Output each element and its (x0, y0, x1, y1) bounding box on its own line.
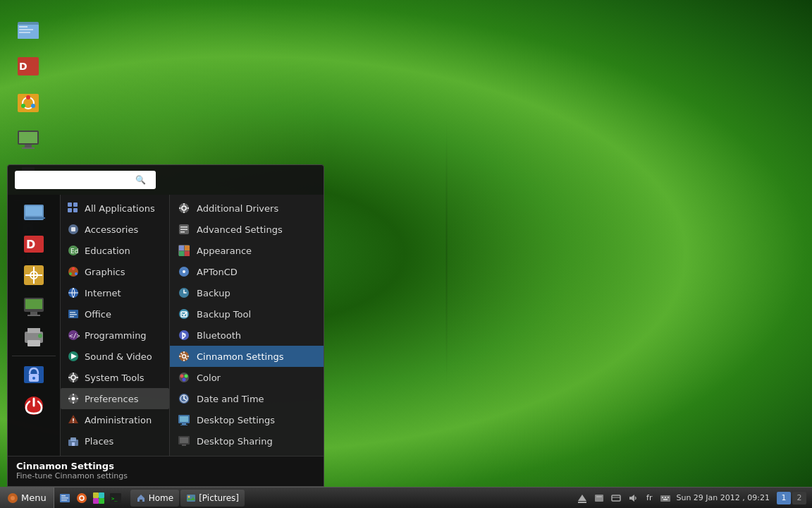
svg-point-9 (26, 95, 30, 99)
tray-icon-storage[interactable] (593, 492, 605, 504)
svg-rect-62 (70, 314, 77, 315)
category-graphics[interactable]: Graphics (61, 261, 169, 282)
left-icon-lock[interactable] (11, 360, 57, 389)
taskbar-icon-gear[interactable] (91, 490, 106, 506)
app-backup[interactable]: Backup (170, 282, 324, 303)
places-icon (66, 434, 80, 448)
svg-rect-126 (180, 425, 187, 425)
svg-rect-147 (578, 502, 586, 503)
svg-rect-141 (99, 498, 104, 504)
search-input-wrapper[interactable]: 🔍 (15, 171, 156, 189)
taskbar-app-home[interactable]: Home (130, 490, 179, 507)
svg-rect-49 (73, 208, 78, 212)
svg-rect-144 (187, 495, 195, 502)
left-icon-5[interactable] (11, 322, 57, 352)
workspace-2[interactable]: 2 (792, 492, 806, 504)
category-education[interactable]: Ed Education (61, 240, 169, 261)
aptoncd-icon (177, 265, 191, 279)
taskbar-icon-files[interactable] (57, 490, 73, 506)
backup-tool-icon (177, 307, 191, 321)
svg-rect-61 (70, 312, 75, 313)
svg-rect-153 (660, 495, 670, 502)
svg-rect-157 (663, 499, 668, 500)
appearance-icon (177, 243, 191, 258)
svg-rect-140 (93, 498, 99, 504)
svg-rect-93 (180, 226, 187, 228)
svg-point-82 (73, 422, 74, 423)
app-date-time[interactable]: Date and Time (170, 388, 324, 409)
taskbar-icon-terminal[interactable]: >_ (108, 490, 123, 506)
app-cinnamon-settings[interactable]: Cinnamon Settings (170, 346, 324, 367)
svg-point-57 (69, 272, 72, 275)
pictures-icon (186, 493, 196, 503)
tray-icon-keyboard[interactable] (659, 492, 672, 504)
left-icon-4[interactable] (11, 291, 57, 321)
menu-content: D (8, 195, 324, 456)
category-places[interactable]: Places (61, 430, 169, 452)
taskbar-left-area: >_ Home [Pictures] (54, 490, 570, 507)
app-bluetooth[interactable]: Bluetooth (170, 325, 324, 346)
svg-point-44 (32, 377, 35, 380)
administration-icon (66, 413, 80, 427)
tray-icon-network[interactable] (610, 492, 622, 504)
search-input[interactable] (19, 175, 135, 185)
svg-rect-139 (99, 492, 104, 498)
desktop-icon-paint[interactable] (7, 87, 49, 119)
svg-rect-26 (25, 206, 42, 216)
app-advanced-settings[interactable]: Advanced Settings (170, 219, 324, 240)
category-administration[interactable]: Administration (61, 409, 169, 430)
svg-point-118 (183, 378, 186, 382)
left-icon-power[interactable] (11, 391, 57, 421)
category-office[interactable]: Office (61, 303, 169, 325)
svg-point-75 (72, 397, 75, 401)
taskbar: Menu (0, 487, 812, 508)
svg-rect-125 (182, 423, 186, 425)
category-sound-video[interactable]: Sound & Video (61, 346, 169, 367)
app-appearance[interactable]: Appearance (170, 240, 324, 261)
app-aptoncd[interactable]: APTonCD (170, 261, 324, 282)
svg-point-41 (38, 334, 42, 338)
sound-video-icon (66, 349, 80, 363)
svg-rect-133 (61, 495, 66, 497)
svg-point-116 (180, 375, 184, 378)
left-icon-1[interactable] (11, 198, 57, 228)
category-system-tools[interactable]: System Tools (61, 367, 169, 388)
svg-point-56 (75, 272, 78, 275)
svg-rect-15 (22, 147, 35, 149)
desktop-icon-monitor[interactable] (7, 124, 49, 155)
category-accessories[interactable]: Accessories (61, 219, 169, 240)
left-icon-2[interactable]: D (11, 229, 57, 259)
svg-rect-149 (596, 496, 602, 497)
category-preferences[interactable]: Preferences (61, 388, 169, 409)
svg-point-117 (185, 375, 188, 378)
app-backup-tool[interactable]: Backup Tool (170, 303, 324, 325)
app-color[interactable]: Color (170, 367, 324, 388)
svg-rect-4 (19, 32, 30, 33)
desktop-icon-files[interactable] (7, 14, 49, 45)
left-icon-3[interactable] (11, 260, 57, 290)
category-programming[interactable]: </> Programming (61, 325, 169, 346)
app-additional-drivers[interactable]: Additional Drivers (170, 198, 324, 219)
svg-point-11 (21, 104, 25, 108)
workspace-1[interactable]: 1 (777, 492, 791, 504)
left-sidebar-divider (12, 356, 56, 356)
education-icon: Ed (66, 243, 80, 258)
taskbar-menu-button[interactable]: Menu (0, 488, 54, 508)
category-all-applications[interactable]: All Applications (61, 198, 169, 219)
category-internet[interactable]: Internet (61, 282, 169, 303)
app-desktop-settings[interactable]: Desktop Settings (170, 409, 324, 430)
tray-icon-eject[interactable] (576, 492, 589, 504)
menu-apps-list: Additional Drivers Advanced Settings (170, 195, 324, 456)
all-applications-icon (66, 201, 80, 215)
svg-rect-155 (665, 497, 666, 498)
svg-rect-134 (61, 497, 68, 499)
taskbar-icon-browser[interactable] (74, 490, 90, 506)
graphics-icon (66, 265, 80, 279)
app-desktop-sharing[interactable]: Desktop Sharing (170, 430, 324, 452)
svg-rect-85 (72, 442, 75, 446)
svg-rect-98 (185, 246, 190, 250)
language-indicator[interactable]: fr (646, 493, 652, 502)
desktop-icon-dvd[interactable]: D (7, 51, 49, 82)
taskbar-app-pictures[interactable]: [Pictures] (180, 490, 245, 507)
tray-icon-sound[interactable] (627, 492, 639, 504)
